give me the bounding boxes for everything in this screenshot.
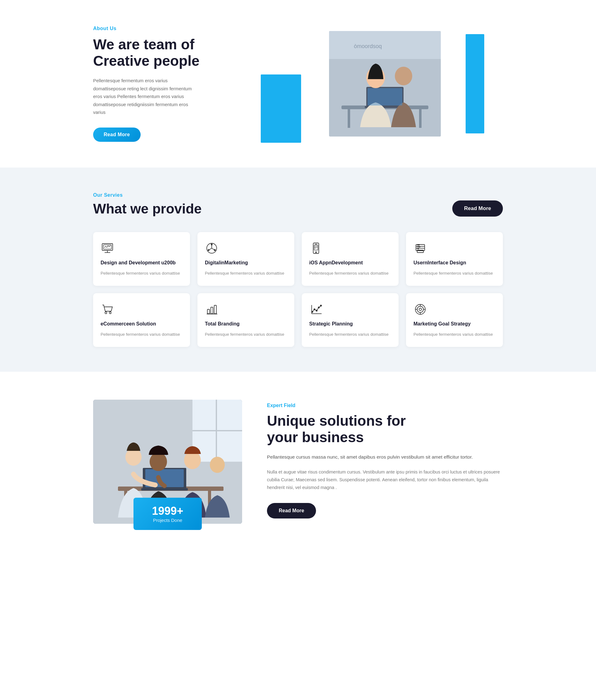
svg-point-7 (395, 67, 412, 85)
svg-point-35 (312, 311, 313, 312)
svg-rect-8 (368, 88, 402, 105)
svg-point-61 (210, 457, 225, 473)
svg-point-58 (125, 448, 142, 466)
expert-intro: Pellantesque cursus massa nunc, sit amet… (267, 453, 503, 461)
service-card-2: iOS AppnDevelopment Pellentesque ferment… (302, 232, 399, 286)
svg-rect-22 (314, 245, 318, 250)
service-name-2: iOS AppnDevelopment (309, 259, 391, 266)
svg-rect-31 (214, 305, 216, 314)
bar-chart-icon (205, 303, 219, 316)
service-card-4: eCommerceen Solution Pellentesque fermen… (93, 293, 190, 347)
monitor-icon (101, 241, 114, 255)
svg-rect-51 (193, 430, 242, 431)
svg-point-38 (318, 307, 319, 308)
chart-icon (205, 241, 219, 255)
services-title: What we provide (93, 201, 202, 216)
service-card-0: Design and Development u200b Pellentesqu… (93, 232, 190, 286)
service-name-0: Design and Development u200b (101, 259, 182, 266)
service-name-5: Total Branding (205, 320, 287, 327)
about-description: Pellentesque fermentum eros varius domat… (93, 77, 199, 116)
projects-count: 1999+ (148, 504, 187, 518)
services-section: Our Servies What we provide Read More De… (0, 167, 596, 372)
svg-rect-23 (416, 244, 425, 251)
service-card-6: Strategic Planning Pellentesque fermente… (302, 293, 399, 347)
expert-read-more-button[interactable]: Read More (267, 503, 316, 518)
about-title: We are team of Creative people (93, 36, 224, 69)
about-image-wrapper: òmoordsoq (248, 25, 503, 143)
svg-point-37 (316, 310, 317, 311)
about-text-col: About Us We are team of Creative people … (93, 26, 224, 141)
service-desc-3: Pellentesque fermenteros varius domattis… (414, 270, 495, 277)
svg-point-42 (419, 308, 422, 311)
svg-point-17 (214, 250, 216, 251)
svg-rect-3 (419, 109, 422, 128)
service-name-1: DigitalinMarketing (205, 259, 287, 266)
service-desc-1: Pellentesque fermenteros varius domattis… (205, 270, 287, 277)
about-section: About Us We are team of Creative people … (0, 0, 596, 167)
line-chart-icon (309, 303, 323, 316)
cart-icon (101, 303, 114, 316)
projects-label: Projects Done (153, 518, 182, 523)
expert-text-col: Expert Field Unique solutions for your b… (267, 400, 503, 518)
expert-section: 1999+ Projects Done Expert Field Unique … (0, 372, 596, 552)
service-desc-0: Pellentesque fermenteros varius domattis… (101, 270, 182, 277)
svg-point-59 (150, 452, 167, 471)
about-photo-placeholder: òmoordsoq (329, 31, 441, 136)
svg-point-16 (211, 244, 212, 245)
services-header: Our Servies What we provide Read More (93, 192, 503, 216)
service-name-7: Marketing Goal Strategy (414, 320, 495, 327)
svg-point-39 (320, 305, 322, 306)
mobile-icon (309, 241, 323, 255)
svg-text:òmoordsoq: òmoordsoq (354, 43, 382, 49)
svg-rect-29 (207, 309, 209, 314)
blue-accent-right (466, 34, 484, 133)
svg-point-41 (417, 306, 423, 312)
service-desc-5: Pellentesque fermenteros varius domattis… (205, 331, 287, 338)
service-card-3: UsernInterface Design Pellentesque ferme… (406, 232, 503, 286)
services-read-more-button[interactable]: Read More (452, 201, 503, 216)
about-read-more-button[interactable]: Read More (93, 128, 141, 142)
services-tag: Our Servies (93, 192, 202, 198)
service-desc-6: Pellentesque fermenteros varius domattis… (309, 331, 391, 338)
expert-image-col: 1999+ Projects Done (93, 400, 242, 524)
svg-rect-9 (329, 31, 441, 59)
expert-title: Unique solutions for your business (267, 413, 503, 446)
svg-rect-30 (211, 307, 213, 314)
service-desc-2: Pellentesque fermenteros varius domattis… (309, 270, 391, 277)
svg-point-20 (316, 252, 317, 253)
service-desc-4: Pellentesque fermenteros varius domattis… (101, 331, 182, 338)
expert-body: Nulla et augue vitae risus condimentum c… (267, 468, 503, 492)
svg-rect-56 (141, 488, 188, 491)
service-card-7: Marketing Goal Strategy Pellentesque fer… (406, 293, 503, 347)
blue-accent-left (261, 75, 301, 143)
svg-point-28 (109, 312, 111, 314)
expert-tag: Expert Field (267, 403, 503, 408)
svg-rect-2 (348, 109, 350, 128)
about-photo: òmoordsoq (329, 31, 441, 136)
target-icon (414, 303, 427, 316)
service-card-5: Total Branding Pellentesque fermenteros … (197, 293, 294, 347)
projects-badge: 1999+ Projects Done (133, 498, 202, 530)
svg-point-27 (105, 312, 107, 314)
svg-point-36 (314, 309, 315, 310)
svg-point-18 (208, 250, 209, 251)
service-desc-7: Pellentesque fermenteros varius domattis… (414, 331, 495, 338)
services-grid: Design and Development u200b Pellentesqu… (93, 232, 503, 347)
service-card-1: DigitalinMarketing Pellentesque fermente… (197, 232, 294, 286)
layers-icon (414, 241, 427, 255)
about-tag: About Us (93, 26, 224, 31)
service-name-3: UsernInterface Design (414, 259, 495, 266)
services-header-text: Our Servies What we provide (93, 192, 202, 216)
service-name-6: Strategic Planning (309, 320, 391, 327)
svg-rect-11 (102, 243, 113, 251)
service-name-4: eCommerceen Solution (101, 320, 182, 327)
